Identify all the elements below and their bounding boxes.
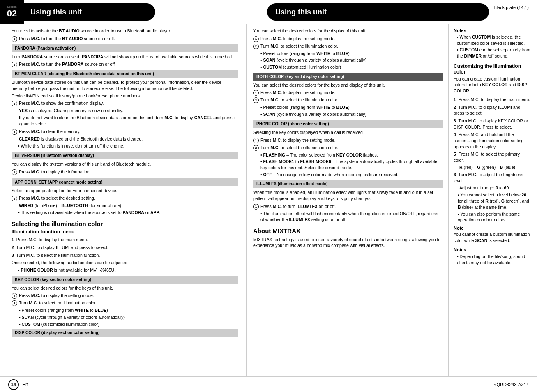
bottom-bar: 14 En <QRD3243-A>14 bbox=[0, 376, 537, 392]
crosshair-top-center bbox=[259, 7, 267, 16]
phone-color-off: • OFF – No change in key color made when… bbox=[260, 172, 443, 178]
customizing-heading: Customizing the illumination color bbox=[454, 63, 531, 75]
section-number: 02 bbox=[7, 8, 17, 19]
right-sidebar: Notes • When CUSTOM is selected, the cus… bbox=[449, 24, 537, 376]
bt-version-text: You can display the system versions of t… bbox=[12, 161, 238, 167]
section-badge: Section 02 bbox=[0, 0, 24, 24]
illumi-fx-box: ILLUMI FX (illumination effect mode) bbox=[253, 180, 443, 188]
sq1: ▪ You cannot select a level below 20 for… bbox=[458, 192, 531, 210]
custom-step3: 3 Turn M.C. to display KEY COLOR or DISP… bbox=[454, 118, 531, 130]
step-circle-pc-1: 1 bbox=[253, 138, 259, 143]
disp-color-intro: You can select the desired colors for th… bbox=[253, 28, 443, 34]
illumi-once-selected: Once selected, the following audio funct… bbox=[12, 260, 238, 266]
bt-mem-cleared: CLEARED is displayed and the Bluetooth d… bbox=[19, 136, 238, 142]
illumi-fx-intro: When this mode is enabled, an illuminati… bbox=[253, 189, 443, 201]
disp-color-step2: 2 Turn M.C. to select the illumination c… bbox=[253, 43, 443, 49]
key-color-step1: 1 Press M.C. to display the setting mode… bbox=[12, 293, 238, 299]
step-circle-bc-1: 1 bbox=[253, 90, 259, 96]
bt-mem-cancel-note: If you do not want to clear the Bluetoot… bbox=[19, 115, 238, 127]
content-area: You need to activate the BT AUDIO source… bbox=[0, 24, 537, 376]
note2: • CUSTOM can be set separately from the … bbox=[457, 47, 531, 59]
illumi-step3-row: 3 Turn M.C. to select the illumination f… bbox=[12, 252, 238, 258]
app-conn-step1: 1 Press M.C. to select the desired setti… bbox=[12, 195, 238, 201]
crosshair-top-right bbox=[479, 7, 488, 16]
both-color-step2: 2 Turn M.C. to select the illumination c… bbox=[253, 97, 443, 103]
key-color-box: KEY COLOR (key section color setting) bbox=[12, 276, 238, 284]
bt-mem-step2: 2 Press M.C. to clear the memory. bbox=[12, 129, 238, 135]
bt-mem-clear-text2: Device list/PIN code/call history/phone … bbox=[12, 93, 238, 99]
illumi-phone-bullet: • PHONE COLOR is not available for MVH-X… bbox=[18, 267, 238, 273]
phone-color-flash-mode: • FLASH MODE1 to FLASH MODE6 – The syste… bbox=[260, 159, 443, 171]
header-title-right: Using this unit bbox=[267, 3, 489, 21]
note1: • When CUSTOM is selected, the customize… bbox=[457, 34, 531, 46]
disp-color-custom: • CUSTOM (customized illumination color) bbox=[260, 64, 443, 70]
mixtrax-heading: About MIXTRAX bbox=[253, 227, 443, 235]
step-circle-bc-2: 2 bbox=[253, 97, 259, 103]
custom-step1: 1 Press M.C. to display the main menu. bbox=[454, 97, 531, 103]
app-conn-box: APP CONN. SET (APP connect mode setting) bbox=[12, 178, 238, 186]
sq2: ▪ You can also perform the same operatio… bbox=[458, 211, 531, 223]
bt-version-step1: 1 Press M.C. to display the information. bbox=[12, 169, 238, 175]
illumi-step2-row: 2 Turn M.C. to display ILLUMI and press … bbox=[12, 244, 238, 251]
mixtrax-text: MIXTRAX technology is used to insert a v… bbox=[253, 237, 443, 249]
both-color-intro: You can select the desired colors for th… bbox=[253, 82, 443, 88]
illumi-fx-step1: 1 Press M.C. to turn ILLUMI FX on or off… bbox=[253, 203, 443, 210]
pandora-box: PANDORA (Pandora activation) bbox=[12, 44, 238, 52]
both-color-step1: 1 Press M.C. to display the setting mode… bbox=[253, 90, 443, 96]
illumi-fx-bullet: • The illumination effect will flash mom… bbox=[260, 211, 443, 223]
pandora-step1-text: Press M.C. to turn the PANDORA source on… bbox=[19, 61, 116, 67]
bt-audio-intro: You need to activate the BT AUDIO source… bbox=[12, 28, 238, 34]
phone-color-step1: 1 Press M.C. to display the setting mode… bbox=[253, 137, 443, 143]
bt-audio-step1: 1 Press M.C. to turn the BT AUDIO source… bbox=[12, 36, 238, 42]
step-circle-pc-2: 2 bbox=[253, 145, 259, 151]
pandora-step1: 1 Press M.C. to turn the PANDORA source … bbox=[12, 61, 238, 67]
left-column: You need to activate the BT AUDIO source… bbox=[0, 24, 247, 376]
right-main: You can select the desired colors for th… bbox=[247, 24, 449, 376]
step-circle-btver-1: 1 bbox=[12, 169, 17, 175]
step-circle-btmem-1: 1 bbox=[12, 101, 17, 106]
bt-version-box: BT VERSION (Bluetooth version display) bbox=[12, 152, 238, 159]
custom-step5: 5 Press M.C. to select the primary color… bbox=[454, 151, 531, 163]
step-circle-dc-1: 1 bbox=[253, 36, 259, 42]
step-circle-kc-2: 2 bbox=[12, 300, 17, 306]
bt-mem-clear-text1: Bluetooth device data stored on this uni… bbox=[12, 79, 238, 91]
both-color-scan: • SCAN (cycle through a variety of color… bbox=[260, 111, 443, 118]
page-number-circle: 14 bbox=[8, 379, 19, 390]
step5-colors: R (red)—G (green)—B (blue) bbox=[459, 164, 531, 171]
phone-color-box: PHONE COLOR (phone color setting) bbox=[253, 120, 443, 128]
notes-heading: Notes bbox=[454, 28, 531, 33]
key-color-custom: • CUSTOM (customized illumination color) bbox=[19, 321, 238, 327]
right-area: You can select the desired colors for th… bbox=[247, 24, 537, 376]
bt-mem-clear-box: BT MEM CLEAR (clearing the Bluetooth dev… bbox=[12, 70, 238, 78]
disp-color-preset: • Preset colors (ranging from WHITE to B… bbox=[260, 51, 443, 57]
step-circle-app-1: 1 bbox=[12, 196, 17, 201]
illumi-submenu: Illumination function menu bbox=[12, 229, 238, 235]
header-title-left: Using this unit bbox=[24, 3, 155, 21]
step-circle-kc-1: 1 bbox=[12, 293, 17, 299]
bt-mem-yes-text: YES is displayed. Clearing memory is now… bbox=[19, 108, 238, 114]
note-single-heading: Note bbox=[454, 226, 531, 231]
key-color-scan: • SCAN (cycle through a variety of color… bbox=[19, 314, 238, 321]
disp-color-step1: 1 Press M.C. to display the setting mode… bbox=[253, 36, 443, 42]
app-conn-note-item: • This setting is not available when the… bbox=[18, 210, 238, 216]
key-color-text: You can select desired colors for the ke… bbox=[12, 285, 238, 291]
bt-mem-step1: 1 Press M.C. to show the confirmation di… bbox=[12, 100, 238, 106]
step6-range: Adjustment range: 0 to 60 bbox=[459, 185, 531, 191]
both-color-box: BOTH COLOR (key and display color settin… bbox=[253, 73, 443, 81]
mixtrax-note1: • Depending on the file/song, sound effe… bbox=[457, 254, 531, 265]
step-circle-btmem-2: 2 bbox=[12, 129, 17, 135]
custom-step4: 4 Press M.C. and hold until the customiz… bbox=[454, 131, 531, 150]
bt-audio-step1-text: Press M.C. to turn the BT AUDIO source o… bbox=[19, 36, 115, 42]
phone-color-step2: 2 Turn M.C. to select the illumination c… bbox=[253, 145, 443, 151]
mixtrax-notes-heading: Notes bbox=[454, 247, 531, 252]
pandora-text: Turn PANDORA source on to use it. PANDOR… bbox=[12, 54, 238, 60]
custom-step6: 6 Turn M.C. to adjust the brightness lev… bbox=[454, 172, 531, 184]
black-plate-label: Black plate (14,1) bbox=[493, 5, 529, 10]
custom-step2: 2 Turn M.C. to display ILLUMI and press … bbox=[454, 104, 531, 116]
app-conn-text: Select an appropriate option for your co… bbox=[12, 188, 238, 194]
key-color-preset: • Preset colors (ranging from WHITE to B… bbox=[19, 307, 238, 314]
section-label: Section bbox=[7, 5, 16, 8]
step-circle-fx-1: 1 bbox=[253, 204, 259, 210]
customizing-intro: You can create custom illumination color… bbox=[454, 76, 531, 94]
bt-mem-bullet: • While this function is in use, do not … bbox=[18, 143, 238, 149]
